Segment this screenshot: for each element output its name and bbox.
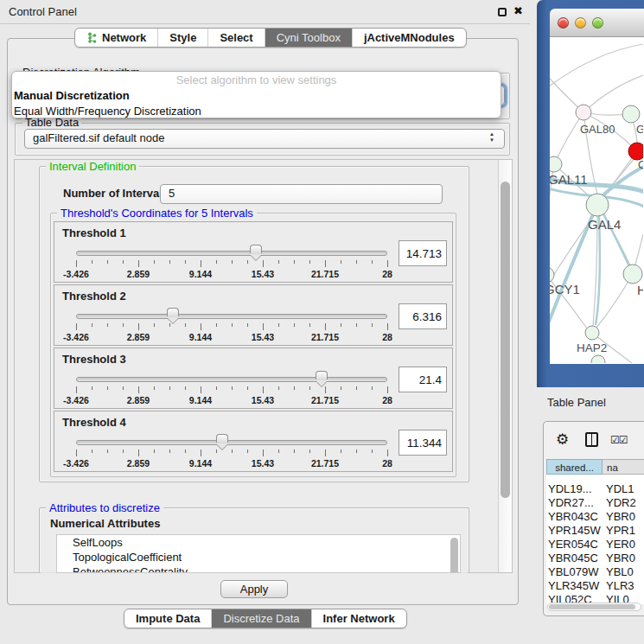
slider-tick xyxy=(107,386,108,390)
slider-tick xyxy=(138,450,139,456)
slider-tick xyxy=(247,450,248,453)
table-row[interactable]: YER054CYER0 xyxy=(546,538,644,552)
table-cell-name[interactable]: YBR0 xyxy=(603,510,644,524)
dropdown-option[interactable]: Equal Width/Frequency Discretization xyxy=(12,104,501,118)
threshold-value-input[interactable] xyxy=(399,303,447,329)
table-cell-shared-name[interactable]: YBR043C xyxy=(546,510,603,524)
table-row[interactable]: YDL19...YDL1 xyxy=(546,482,644,496)
slider-track[interactable] xyxy=(76,314,387,319)
table-panel: ⚙ ☑☑ shared... na YDL19...YDL1YDR27...YD… xyxy=(543,421,644,616)
node-label: H xyxy=(637,283,643,297)
table-cell-name[interactable]: YBL0 xyxy=(603,565,644,579)
table-data-combobox[interactable]: galFiltered.sif default node xyxy=(24,129,505,149)
threshold-value-input[interactable] xyxy=(399,367,447,392)
slider-track[interactable] xyxy=(76,377,387,382)
table-cell-name[interactable]: YDR2 xyxy=(603,496,644,510)
node-label: GAL80 xyxy=(580,123,615,136)
tab-discretize-data[interactable]: Discretize Data xyxy=(211,609,310,628)
tab-network[interactable]: Network xyxy=(75,29,157,47)
dropdown-option[interactable]: Manual Discretization xyxy=(12,88,501,104)
table-row[interactable]: YDR27...YDR2 xyxy=(546,496,644,510)
network-node xyxy=(586,194,609,216)
slider-tick xyxy=(278,260,279,264)
table-cell-name[interactable]: YBR0 xyxy=(603,552,644,565)
split-columns-icon[interactable] xyxy=(585,432,598,447)
scrollbar-thumb[interactable] xyxy=(549,604,635,609)
close-traffic-light-icon[interactable] xyxy=(558,17,569,29)
attribute-list-item[interactable]: SelfLoops xyxy=(57,535,460,550)
tab-select[interactable]: Select xyxy=(207,29,264,47)
slider-tick-label: 9.144 xyxy=(189,332,212,342)
threshold-label: Threshold 2 xyxy=(62,290,126,303)
slider-tick xyxy=(123,323,124,327)
slider-tick xyxy=(201,323,201,330)
table-cell-shared-name[interactable]: YPR145W xyxy=(546,524,603,538)
table-cell-shared-name[interactable]: YBR045C xyxy=(546,552,603,565)
slider-tick xyxy=(216,323,217,327)
apply-button[interactable]: Apply xyxy=(220,580,288,598)
tab-infer-network[interactable]: Infer Network xyxy=(311,609,406,628)
slider-handle[interactable] xyxy=(167,308,179,316)
number-of-intervals-combobox[interactable]: 5 xyxy=(160,184,443,204)
table-header-name[interactable]: na xyxy=(603,459,644,475)
select-columns-icon[interactable]: ☑☑ xyxy=(610,434,628,446)
table-header-shared-name[interactable]: shared... xyxy=(546,459,603,475)
numerical-attributes-list[interactable]: SelfLoopsTopologicalCoefficientBetweenne… xyxy=(56,534,461,573)
node-label: GCY1 xyxy=(550,282,580,296)
slider-tick xyxy=(138,386,139,393)
table-row[interactable]: YBL079WYBL0 xyxy=(546,565,644,579)
threshold-slider[interactable]: -3.4262.8599.14415.4321.71528 xyxy=(76,311,387,341)
threshold-slider[interactable]: -3.4262.8599.14415.4321.71528 xyxy=(76,374,387,404)
slider-track[interactable] xyxy=(76,440,387,445)
table-row[interactable]: YBR043CYBR0 xyxy=(546,510,644,524)
table-row[interactable]: YLR345WYLR3 xyxy=(546,579,644,593)
slider-tick-label: -3.426 xyxy=(63,332,89,342)
table-row[interactable]: YBR045CYBR0 xyxy=(546,552,644,565)
slider-tick xyxy=(325,386,326,393)
table-cell-shared-name[interactable]: YDR27... xyxy=(546,496,603,510)
slider-tick xyxy=(387,323,388,330)
threshold-value-input[interactable] xyxy=(399,240,447,266)
threshold-panel: Threshold 1-3.4262.8599.14415.4321.71528 xyxy=(54,221,453,283)
table-cell-name[interactable]: YER0 xyxy=(603,538,644,552)
slider-track[interactable] xyxy=(76,251,387,256)
table-cell-shared-name[interactable]: YER054C xyxy=(546,538,603,552)
attribute-list-item[interactable]: TopologicalCoefficient xyxy=(57,550,460,564)
threshold-panel: Threshold 4-3.4262.8599.14415.4321.71528 xyxy=(54,411,453,472)
threshold-slider[interactable]: -3.4262.8599.14415.4321.71528 xyxy=(76,248,387,277)
table-cell-shared-name[interactable]: YBL079W xyxy=(546,565,603,579)
tab-cyni-toolbox[interactable]: Cyni Toolbox xyxy=(265,29,352,47)
list-scrollbar-thumb[interactable] xyxy=(450,538,458,573)
vertical-scrollbar[interactable] xyxy=(498,160,512,572)
table-cell-name[interactable]: YDL1 xyxy=(603,482,644,496)
tab-impute-data[interactable]: Impute Data xyxy=(124,609,211,628)
slider-tick xyxy=(278,323,279,327)
threshold-slider[interactable]: -3.4262.8599.14415.4321.71528 xyxy=(76,437,387,467)
table-cell-shared-name[interactable]: YLR345W xyxy=(546,579,603,593)
attribute-list-item[interactable]: BetweennessCentrality xyxy=(57,564,460,573)
threshold-value-input[interactable] xyxy=(399,430,447,456)
network-window-titlebar[interactable] xyxy=(550,9,644,37)
slider-handle[interactable] xyxy=(216,434,228,443)
slider-tick xyxy=(123,450,124,453)
slider-tick xyxy=(185,323,186,327)
network-view-canvas[interactable]: GAL80 GA GAL11 C GAL4 GCY1 H HAP2 xyxy=(550,37,644,364)
slider-handle[interactable] xyxy=(316,371,328,379)
slider-handle[interactable] xyxy=(250,245,262,253)
tab-jactivemnodules[interactable]: jActiveMNodules xyxy=(352,29,466,47)
zoom-traffic-light-icon[interactable] xyxy=(592,17,603,29)
table-cell-name[interactable]: YLR3 xyxy=(603,579,644,593)
minimize-traffic-light-icon[interactable] xyxy=(575,17,586,29)
network-node xyxy=(622,105,640,123)
table-row[interactable]: YPR145WYPR1 xyxy=(546,524,644,538)
float-window-icon[interactable] xyxy=(498,8,507,16)
tab-style[interactable]: Style xyxy=(157,29,207,47)
slider-tick xyxy=(76,386,77,393)
gear-icon[interactable]: ⚙ xyxy=(556,430,569,449)
threshold-panel: Threshold 3-3.4262.8599.14415.4321.71528 xyxy=(54,348,453,409)
table-cell-name[interactable]: YPR1 xyxy=(603,524,644,538)
close-icon[interactable]: ✖ xyxy=(513,4,523,17)
table-cell-shared-name[interactable]: YDL19... xyxy=(546,482,603,496)
horizontal-scrollbar[interactable] xyxy=(547,603,641,611)
scrollbar-thumb[interactable] xyxy=(501,182,510,498)
